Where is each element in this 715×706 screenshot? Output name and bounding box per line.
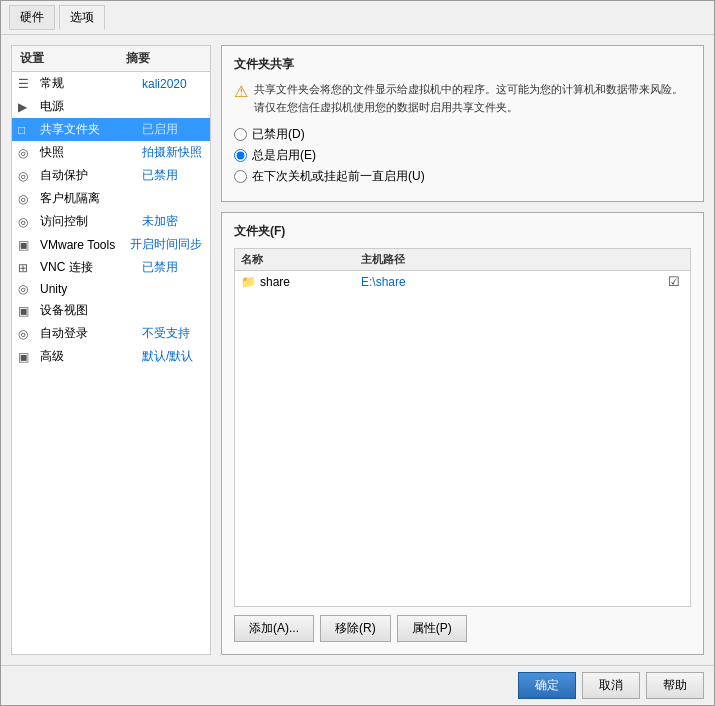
cancel-button[interactable]: 取消 (582, 672, 640, 699)
tab-hardware[interactable]: 硬件 (9, 5, 55, 30)
setting-name-12: 高级 (40, 348, 142, 365)
warning-icon: ⚠ (234, 82, 248, 101)
folder-row-0[interactable]: 📁 share E:\share ☑ (235, 271, 690, 292)
setting-icon-5: ◎ (18, 192, 36, 206)
setting-item-8[interactable]: ⊞ VNC 连接 已禁用 (12, 256, 210, 279)
setting-name-11: 自动登录 (40, 325, 142, 342)
setting-icon-1: ▶ (18, 100, 36, 114)
col-name-header: 名称 (241, 252, 361, 267)
help-button[interactable]: 帮助 (646, 672, 704, 699)
warning-text: 共享文件夹会将您的文件显示给虚拟机中的程序。这可能为您的计算机和数据带来风险。请… (254, 81, 691, 116)
col-setting-label: 设置 (20, 50, 96, 67)
folder-path-0: E:\share (361, 275, 664, 289)
list-header: 设置 摘要 (12, 46, 210, 72)
setting-name-0: 常规 (40, 75, 142, 92)
folder-rows: 📁 share E:\share ☑ (235, 271, 690, 292)
radio-0[interactable] (234, 128, 247, 141)
setting-icon-7: ▣ (18, 238, 36, 252)
col-summary-label: 摘要 (126, 50, 202, 67)
setting-item-4[interactable]: ◎ 自动保护 已禁用 (12, 164, 210, 187)
radio-row-1: 总是启用(E) (234, 147, 691, 164)
folder-table: 名称 主机路径 📁 share E:\share ☑ (234, 248, 691, 607)
radio-row-0: 已禁用(D) (234, 126, 691, 143)
setting-icon-12: ▣ (18, 350, 36, 364)
col-path-header: 主机路径 (361, 252, 684, 267)
folder-table-header: 名称 主机路径 (235, 249, 690, 271)
setting-name-10: 设备视图 (40, 302, 202, 319)
add-button[interactable]: 添加(A)... (234, 615, 314, 642)
radio-options: 已禁用(D) 总是启用(E) 在下次关机或挂起前一直启用(U) (234, 126, 691, 185)
setting-name-5: 客户机隔离 (40, 190, 202, 207)
setting-icon-0: ☰ (18, 77, 36, 91)
folder-name-0: 📁 share (241, 275, 361, 289)
setting-name-4: 自动保护 (40, 167, 142, 184)
shared-folder-section: 文件夹共享 ⚠ 共享文件夹会将您的文件显示给虚拟机中的程序。这可能为您的计算机和… (221, 45, 704, 202)
setting-item-12[interactable]: ▣ 高级 默认/默认 (12, 345, 210, 368)
settings-items-container: ☰ 常规 kali2020 ▶ 电源 □ 共享文件夹 已启用 ◎ 快照 拍摄新快… (12, 72, 210, 368)
setting-item-11[interactable]: ◎ 自动登录 不受支持 (12, 322, 210, 345)
footer: 确定 取消 帮助 (1, 665, 714, 705)
setting-name-3: 快照 (40, 144, 142, 161)
warning-row: ⚠ 共享文件夹会将您的文件显示给虚拟机中的程序。这可能为您的计算机和数据带来风险… (234, 81, 691, 116)
setting-item-2[interactable]: □ 共享文件夹 已启用 (12, 118, 210, 141)
shared-folder-title: 文件夹共享 (234, 56, 691, 73)
props-button[interactable]: 属性(P) (397, 615, 467, 642)
setting-icon-6: ◎ (18, 215, 36, 229)
folder-button-row: 添加(A)...移除(R)属性(P) (234, 615, 691, 642)
confirm-button[interactable]: 确定 (518, 672, 576, 699)
setting-item-7[interactable]: ▣ VMware Tools 开启时间同步 (12, 233, 210, 256)
tab-options[interactable]: 选项 (59, 5, 105, 30)
setting-summary-12: 默认/默认 (142, 348, 202, 365)
setting-item-0[interactable]: ☰ 常规 kali2020 (12, 72, 210, 95)
folder-check-0: ☑ (664, 274, 684, 289)
setting-icon-4: ◎ (18, 169, 36, 183)
setting-name-7: VMware Tools (40, 238, 130, 252)
tab-bar: 硬件 选项 (1, 1, 714, 35)
radio-row-2: 在下次关机或挂起前一直启用(U) (234, 168, 691, 185)
setting-icon-3: ◎ (18, 146, 36, 160)
setting-name-2: 共享文件夹 (40, 121, 142, 138)
setting-summary-11: 不受支持 (142, 325, 202, 342)
setting-summary-3: 拍摄新快照 (142, 144, 202, 161)
setting-summary-4: 已禁用 (142, 167, 202, 184)
setting-name-1: 电源 (40, 98, 202, 115)
setting-icon-10: ▣ (18, 304, 36, 318)
setting-item-9[interactable]: ◎ Unity (12, 279, 210, 299)
setting-icon-8: ⊞ (18, 261, 36, 275)
setting-summary-7: 开启时间同步 (130, 236, 202, 253)
setting-icon-9: ◎ (18, 282, 36, 296)
radio-label-0[interactable]: 已禁用(D) (252, 126, 305, 143)
setting-summary-0: kali2020 (142, 77, 202, 91)
setting-summary-8: 已禁用 (142, 259, 202, 276)
right-panel: 文件夹共享 ⚠ 共享文件夹会将您的文件显示给虚拟机中的程序。这可能为您的计算机和… (221, 45, 704, 655)
setting-summary-6: 未加密 (142, 213, 202, 230)
setting-item-5[interactable]: ◎ 客户机隔离 (12, 187, 210, 210)
settings-list: 设置 摘要 ☰ 常规 kali2020 ▶ 电源 □ 共享文件夹 已启用 ◎ 快… (11, 45, 211, 655)
remove-button[interactable]: 移除(R) (320, 615, 391, 642)
setting-name-8: VNC 连接 (40, 259, 142, 276)
folder-section-title: 文件夹(F) (234, 223, 691, 240)
radio-label-1[interactable]: 总是启用(E) (252, 147, 316, 164)
radio-label-2[interactable]: 在下次关机或挂起前一直启用(U) (252, 168, 425, 185)
folder-icon-0: 📁 (241, 275, 256, 289)
radio-2[interactable] (234, 170, 247, 183)
setting-name-6: 访问控制 (40, 213, 142, 230)
setting-icon-2: □ (18, 123, 36, 137)
radio-1[interactable] (234, 149, 247, 162)
setting-name-9: Unity (40, 282, 202, 296)
folder-section: 文件夹(F) 名称 主机路径 📁 share E:\share ☑ 添加(A).… (221, 212, 704, 655)
main-content: 设置 摘要 ☰ 常规 kali2020 ▶ 电源 □ 共享文件夹 已启用 ◎ 快… (1, 35, 714, 665)
main-window: 硬件 选项 设置 摘要 ☰ 常规 kali2020 ▶ 电源 □ 共享文件夹 已… (0, 0, 715, 706)
setting-icon-11: ◎ (18, 327, 36, 341)
setting-item-1[interactable]: ▶ 电源 (12, 95, 210, 118)
setting-summary-2: 已启用 (142, 121, 202, 138)
setting-item-10[interactable]: ▣ 设备视图 (12, 299, 210, 322)
setting-item-3[interactable]: ◎ 快照 拍摄新快照 (12, 141, 210, 164)
setting-item-6[interactable]: ◎ 访问控制 未加密 (12, 210, 210, 233)
